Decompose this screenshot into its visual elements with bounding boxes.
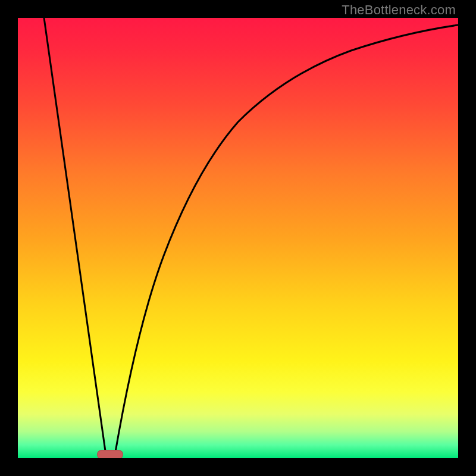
bottom-marker-pill bbox=[97, 450, 123, 458]
plot-area bbox=[18, 18, 458, 458]
chart-frame: TheBottleneck.com bbox=[0, 0, 476, 476]
right-curve bbox=[115, 25, 458, 455]
watermark-text: TheBottleneck.com bbox=[342, 2, 456, 18]
curves-svg bbox=[18, 18, 458, 458]
left-line bbox=[44, 18, 106, 455]
